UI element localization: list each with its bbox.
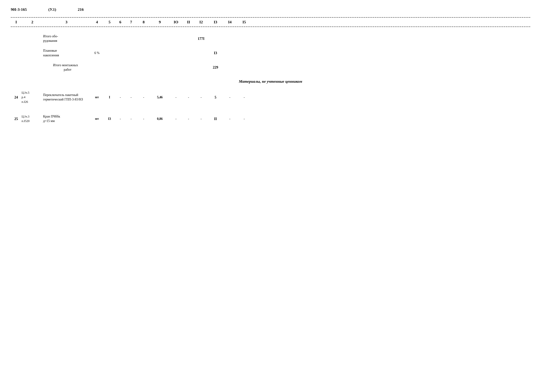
col-2: 2 — [21, 20, 43, 24]
sr2-col13: I3 — [208, 51, 223, 55]
row25-col14: - — [223, 117, 237, 121]
sr2-percent: 6 % — [90, 51, 104, 55]
column-headers: I 2 3 4 5 6 7 8 9 IO II I2 I3 I4 I5 — [11, 17, 530, 27]
col-6: 6 — [115, 20, 126, 24]
col-3: 3 — [43, 20, 90, 24]
summary-row-planned: Плановыенакопления 6 % I3 — [11, 48, 530, 57]
row24-col7: - — [126, 96, 136, 99]
col-13: I3 — [208, 20, 223, 24]
row25-col15: - — [237, 117, 251, 121]
doc-code: (У.1) — [48, 7, 56, 12]
row25-col13: II — [208, 117, 223, 121]
sr3-col13: 229 — [208, 65, 223, 69]
data-row-25: 25 Ц.Iч.3п.I520 Кран ПЧббкд=15 мм шт I3 … — [11, 111, 530, 127]
materials-section-title: Материалы, не учтенные ценником — [11, 79, 530, 84]
page-header: 90I-3-165 (У.1) 216 — [11, 7, 530, 12]
row24-unit: шт — [90, 96, 104, 99]
row24-col11: - — [183, 96, 194, 99]
row24-col15: - — [237, 96, 251, 99]
row25-col5: I3 — [104, 117, 115, 121]
row25-col8: - — [136, 117, 151, 121]
sr2-label: Плановыенакопления — [43, 48, 90, 57]
row25-ref: Ц.Iч.3п.I520 — [21, 114, 43, 123]
sr1-label: Итого обо-рудования — [43, 34, 90, 43]
row24-desc: Переключатель пакетный герметический ГПП… — [43, 93, 90, 102]
row24-col14: - — [223, 96, 237, 99]
col-15: I5 — [237, 20, 251, 24]
doc-number: 90I-3-165 — [11, 7, 27, 12]
sr3-label: Итого монтажных работ — [43, 63, 90, 72]
row24-col6: - — [115, 96, 126, 99]
row24-col12: - — [194, 96, 208, 99]
row25-num: 25 — [11, 117, 21, 121]
row24-col9: 5,46 — [151, 96, 169, 99]
col-12: I2 — [194, 20, 208, 24]
row24-col8: - — [136, 96, 151, 99]
sr1-col12: 177I — [194, 37, 208, 41]
row25-col11: - — [183, 117, 194, 121]
col-9: 9 — [151, 20, 169, 24]
row25-col9: 0,86 — [151, 117, 169, 121]
row24-ref: Ц.Iч.5р.4п.I26 — [21, 90, 43, 104]
row24-col5: I — [104, 96, 115, 99]
row25-col10: - — [169, 117, 183, 121]
page-number: 216 — [78, 7, 84, 12]
col-4: 4 — [90, 20, 104, 24]
col-7: 7 — [126, 20, 136, 24]
col-10: IO — [169, 20, 183, 24]
row24-col10: - — [169, 96, 183, 99]
row24-num: 24 — [11, 95, 21, 99]
col-1: I — [11, 20, 21, 24]
col-5: 5 — [104, 20, 115, 24]
data-row-24: 24 Ц.Iч.5р.4п.I26 Переключатель пакетный… — [11, 89, 530, 105]
row25-unit: шт — [90, 117, 104, 120]
row25-col7: - — [126, 117, 136, 121]
row25-col12: - — [194, 117, 208, 121]
row24-col13: 5 — [208, 95, 223, 99]
summary-row-equipment: Итого обо-рудования 177I — [11, 34, 530, 43]
col-11: II — [183, 20, 194, 24]
col-8: 8 — [136, 20, 151, 24]
row25-col6: - — [115, 117, 126, 121]
col-14: I4 — [223, 20, 237, 24]
summary-row-installation: Итого монтажных работ 229 — [11, 63, 530, 72]
row25-desc: Кран ПЧббкд=15 мм — [43, 114, 90, 123]
